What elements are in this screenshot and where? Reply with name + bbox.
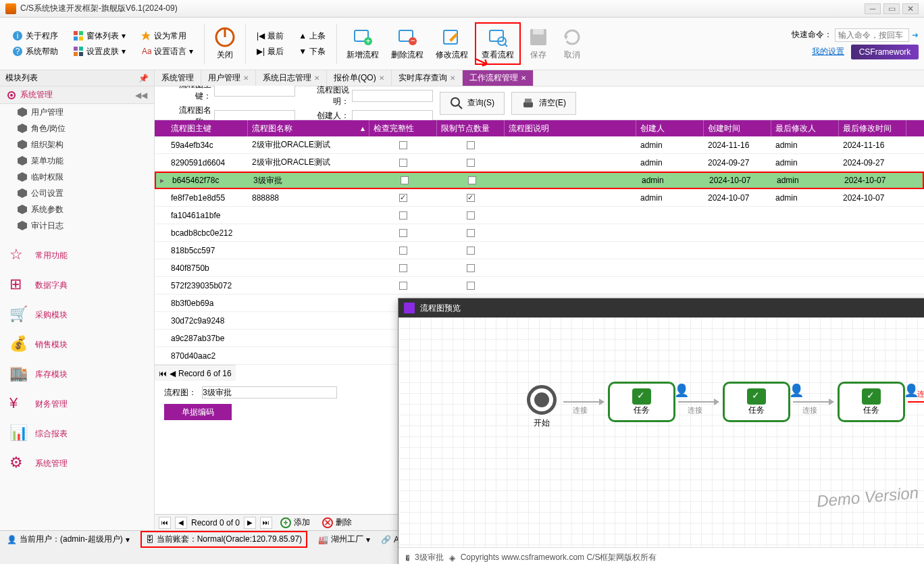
flowname-input[interactable] <box>202 386 337 399</box>
viewflow-button[interactable]: 查看流程 <box>475 22 521 65</box>
search-pk-input[interactable] <box>214 84 295 97</box>
tab-close-icon[interactable]: ✕ <box>450 74 455 82</box>
search-desc-input[interactable] <box>352 90 433 102</box>
checkbox[interactable] <box>399 194 407 202</box>
first-button[interactable]: |◀最前 <box>253 29 288 43</box>
table-row[interactable]: 818b5cc597 <box>155 242 924 259</box>
cancel-button[interactable]: 取消 <box>556 24 588 63</box>
tab-close-icon[interactable]: ✕ <box>314 74 319 82</box>
checkbox[interactable] <box>399 282 407 290</box>
status-account[interactable]: 🗄当前账套：Normal(Oracle:120.79.85.97) <box>140 531 307 548</box>
quickcmd-input[interactable] <box>835 28 909 42</box>
tab-close-icon[interactable]: ✕ <box>243 74 249 82</box>
status-factory[interactable]: 🏭湖州工厂▾ <box>318 534 370 545</box>
wf-task-node[interactable]: 👤任务 <box>723 382 790 422</box>
table-row[interactable]: 8290591d66042级审批ORACLE测试admin2024-09-27a… <box>155 154 924 172</box>
sidebar-item[interactable]: 菜单功能 <box>0 153 154 169</box>
sidebar-module[interactable]: 💰销售模块 <box>0 330 154 359</box>
add-button[interactable]: +添加 <box>276 517 314 528</box>
close-button[interactable]: 关闭 <box>209 24 241 63</box>
table-row[interactable]: fe8f7eb1e8d55888888admin2024-10-07admin2… <box>155 189 924 207</box>
workflow-canvas[interactable]: 开始 连接 👤任务 连接 👤任务 连接 👤任务 连接 <box>399 317 924 547</box>
checkbox[interactable] <box>399 229 407 237</box>
pin-icon[interactable]: 📌 <box>138 74 149 83</box>
checkbox[interactable] <box>399 264 407 272</box>
pager-first[interactable]: ⏮ <box>159 369 167 378</box>
sidebar-category[interactable]: 系统管理 ◀◀ <box>0 86 154 104</box>
checkbox[interactable] <box>467 282 475 290</box>
tab[interactable]: 工作流程管理✕ <box>463 70 534 86</box>
delete-button[interactable]: ✕删除 <box>318 517 356 528</box>
pager2-last[interactable]: ⏭ <box>260 517 272 529</box>
table-row[interactable]: fa10461a1bfe <box>155 207 924 224</box>
clear-button[interactable]: 清空(E) <box>511 92 576 115</box>
save-button[interactable]: 保存 <box>522 24 555 63</box>
sidebar-module[interactable]: ☆常用功能 <box>0 240 154 270</box>
collapse-icon[interactable]: ◀◀ <box>135 91 147 100</box>
sidebar-item[interactable]: 审计日志 <box>0 217 154 234</box>
checkbox[interactable] <box>399 141 407 149</box>
tab[interactable]: 报价单(QO)✕ <box>327 70 392 86</box>
sidebar-item[interactable]: 角色/岗位 <box>0 120 154 136</box>
about-button[interactable]: i关于程序 <box>8 29 62 43</box>
table-row[interactable]: ▸b645462f78c3级审批admin2024-10-07admin2024… <box>155 172 924 189</box>
winlist-button[interactable]: 窗体列表 ▾ <box>69 29 130 43</box>
sidebar-module[interactable]: ⚙系统管理 <box>0 448 154 478</box>
checkbox[interactable] <box>399 247 407 255</box>
sidebar-item[interactable]: 系统参数 <box>0 201 154 217</box>
checkbox[interactable] <box>467 247 475 255</box>
sidebar-module[interactable]: ¥财务管理 <box>0 389 154 419</box>
checkbox[interactable] <box>467 194 475 202</box>
delflow-button[interactable]: −删除流程 <box>386 24 429 63</box>
checkbox[interactable] <box>467 264 475 272</box>
wf-task-node[interactable]: 👤任务 <box>608 382 675 422</box>
tab-close-icon[interactable]: ✕ <box>379 74 384 82</box>
tab-close-icon[interactable]: ✕ <box>521 74 526 82</box>
sidebar-item[interactable]: 公司设置 <box>0 185 154 201</box>
setcommon-button[interactable]: 设为常用 <box>136 29 197 43</box>
sidebar-module[interactable]: 📊综合报表 <box>0 419 154 448</box>
setskin-button[interactable]: 设置皮肤 ▾ <box>69 45 130 59</box>
editflow-button[interactable]: 修改流程 <box>430 24 473 63</box>
sidebar-module[interactable]: 🛒采购模块 <box>0 300 154 330</box>
sidebar-item[interactable]: 临时权限 <box>0 169 154 185</box>
checkbox[interactable] <box>399 211 407 220</box>
syshelp-button[interactable]: ?系统帮助 <box>8 45 62 59</box>
sidebar-item[interactable]: 用户管理 <box>0 104 154 120</box>
wf-start-node[interactable]: 开始 <box>527 385 557 429</box>
checkbox[interactable] <box>399 159 407 167</box>
pager-prev[interactable]: ◀ <box>170 369 176 378</box>
checkbox[interactable] <box>467 159 475 167</box>
preview-titlebar[interactable]: 流程图预览 ⇲ ❐ ⦿ <box>399 299 924 317</box>
checkbox[interactable] <box>468 176 476 184</box>
checkbox[interactable] <box>467 229 475 237</box>
pager2-first[interactable]: ⏮ <box>159 517 171 529</box>
table-row[interactable]: 572f239035b072 <box>155 277 924 294</box>
maximize-button[interactable]: ▭ <box>883 3 900 14</box>
next-button[interactable]: ▼下条 <box>294 45 330 59</box>
table-row[interactable]: 59a4efb34c2级审批ORACLE测试admin2024-11-16adm… <box>155 136 924 154</box>
table-row[interactable]: 840f8750b <box>155 259 924 277</box>
prev-button[interactable]: ▲上条 <box>294 29 330 43</box>
pager2-prev[interactable]: ◀ <box>175 517 187 529</box>
addflow-button[interactable]: +新增流程 <box>341 24 384 63</box>
tab[interactable]: 系统管理 <box>155 70 201 86</box>
tab[interactable]: 实时库存查询✕ <box>392 70 463 86</box>
pager2-next[interactable]: ▶ <box>244 517 256 529</box>
search-button[interactable]: 查询(S) <box>440 92 505 115</box>
table-row[interactable]: bcadb8cbc0e212 <box>155 224 924 242</box>
checkbox[interactable] <box>401 176 409 184</box>
close-window-button[interactable]: ✕ <box>902 3 919 14</box>
quickcmd-go-icon[interactable]: ➜ <box>912 30 919 40</box>
tab[interactable]: 系统日志管理✕ <box>256 70 327 86</box>
checkbox[interactable] <box>467 141 475 149</box>
mysettings-link[interactable]: 我的设置 <box>812 46 844 57</box>
status-user[interactable]: 👤当前用户：(admin-超级用户)▾ <box>7 534 130 545</box>
tab[interactable]: 用户管理✕ <box>201 70 256 86</box>
last-button[interactable]: ▶|最后 <box>253 45 288 59</box>
wf-task-node[interactable]: 👤任务 <box>838 382 905 422</box>
checkbox[interactable] <box>467 211 475 220</box>
setlang-button[interactable]: Aa设置语言 ▾ <box>136 45 197 59</box>
minimize-button[interactable]: ─ <box>865 3 881 14</box>
sidebar-item[interactable]: 组织架构 <box>0 136 154 153</box>
